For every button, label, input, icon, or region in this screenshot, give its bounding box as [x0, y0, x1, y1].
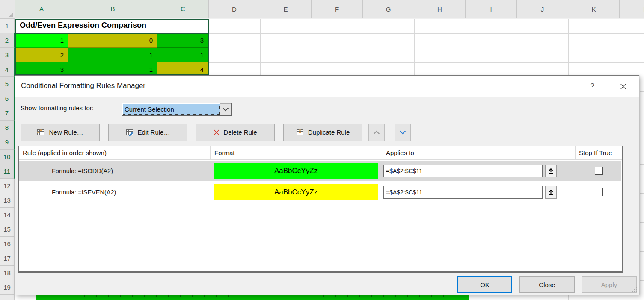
column-header-format: Format	[214, 146, 235, 159]
stop-if-true-checkbox[interactable]	[595, 188, 603, 196]
column-header-A[interactable]: A	[15, 0, 68, 18]
chevron-down-icon	[400, 128, 406, 134]
row-header-7[interactable]: 7	[0, 106, 15, 121]
column-separator	[210, 146, 211, 159]
duplicate-rule-button[interactable]: Duplicate Rule	[283, 124, 362, 141]
row-header-8[interactable]: 8	[0, 121, 15, 135]
close-icon[interactable]	[616, 80, 630, 93]
column-header-F[interactable]: F	[312, 0, 363, 18]
column-header-C[interactable]: C	[157, 0, 209, 18]
gridline	[209, 62, 644, 63]
table-grid-icon	[296, 129, 305, 136]
gridline	[260, 19, 261, 75]
cell-A1-title[interactable]: Odd/Even Expression Comparison	[20, 21, 208, 32]
column-header-E[interactable]: E	[260, 0, 312, 18]
select-all-corner[interactable]	[0, 0, 15, 19]
column-header-G[interactable]: G	[363, 0, 414, 18]
gridline	[312, 19, 312, 75]
gridline	[640, 179, 644, 179]
column-header-L[interactable]: L	[620, 0, 644, 18]
delete-rule-button[interactable]: Delete Rule	[196, 124, 275, 141]
ok-button[interactable]: OK	[457, 276, 512, 293]
row-header-14[interactable]: 14	[0, 208, 15, 222]
column-separator	[381, 146, 381, 159]
column-header-H[interactable]: H	[414, 0, 466, 18]
gridline	[363, 19, 363, 75]
gridline	[640, 150, 644, 150]
gridline	[640, 251, 644, 252]
row-header-18[interactable]: 18	[0, 266, 15, 280]
new-rule-button[interactable]: New Rule…	[21, 124, 100, 141]
excel-window: ABCDEFGHIJKL 123456789101112131415161718…	[0, 0, 644, 300]
format-preview: AaBbCcYyZz	[214, 184, 378, 200]
row-header-5[interactable]: 5	[0, 77, 15, 91]
row-header-6[interactable]: 6	[0, 91, 15, 106]
show-rules-combobox[interactable]: Current Selection	[122, 103, 232, 116]
row-header-9[interactable]: 9	[0, 135, 15, 150]
column-header-I[interactable]: I	[466, 0, 517, 18]
row-header-3[interactable]: 3	[0, 48, 15, 62]
sheet-right-sliver	[640, 75, 644, 295]
apply-button[interactable]: Apply	[582, 276, 637, 293]
conditional-formatting-rules-manager-dialog: Conditional Formatting Rules Manager ? S…	[15, 75, 639, 295]
collapse-dialog-icon[interactable]	[545, 186, 557, 199]
combobox-dropdown-button[interactable]	[220, 103, 231, 115]
gridline	[568, 295, 569, 300]
rule-row-isodd[interactable]: Formula: =ISODD(A2) AaBbCcYyZz	[19, 161, 621, 181]
gridline	[640, 222, 644, 223]
selection-and-table-border: Odd/Even Expression Comparison	[15, 19, 209, 75]
row-header-15[interactable]: 15	[0, 222, 15, 237]
applies-to-input[interactable]	[383, 165, 543, 177]
row-header-17[interactable]: 17	[0, 251, 15, 266]
column-header-stop-if-true: Stop If True	[579, 146, 612, 159]
gridline	[209, 33, 644, 34]
resize-grip-icon[interactable]	[632, 287, 637, 292]
applies-to-input[interactable]	[383, 186, 543, 199]
gridline	[640, 193, 644, 194]
row-header-4[interactable]: 4	[0, 62, 15, 77]
column-header-J[interactable]: J	[517, 0, 568, 18]
row-header-13[interactable]: 13	[0, 193, 15, 208]
row-header-2[interactable]: 2	[0, 33, 15, 48]
stop-if-true-checkbox[interactable]	[595, 167, 603, 175]
select-all-triangle-icon	[9, 12, 13, 17]
gridline	[517, 19, 517, 75]
row-header-20[interactable]: 20	[0, 295, 15, 300]
column-separator	[575, 146, 576, 159]
move-rule-up-button[interactable]	[368, 124, 385, 141]
row20-green-cells	[36, 295, 469, 300]
column-header-D[interactable]: D	[209, 0, 260, 18]
row-header-19[interactable]: 19	[0, 280, 15, 295]
table-grid-pencil-icon	[126, 129, 134, 136]
row-header-16[interactable]: 16	[0, 237, 15, 251]
row-header-11[interactable]: 11	[0, 164, 15, 179]
help-icon[interactable]: ?	[586, 80, 599, 93]
edit-rule-button[interactable]: Edit Rule…	[108, 124, 187, 141]
selection-border-top	[16, 33, 208, 34]
move-rule-down-button[interactable]	[395, 124, 411, 141]
column-header-applies-to: Applies to	[386, 146, 414, 159]
gridline	[640, 91, 644, 92]
gridline	[640, 208, 644, 208]
gridline	[517, 295, 517, 300]
gridline	[640, 135, 644, 135]
gridline	[620, 295, 620, 300]
gridline	[640, 266, 644, 266]
gridline	[209, 19, 209, 75]
column-header-K[interactable]: K	[568, 0, 620, 18]
row-header-10[interactable]: 10	[0, 150, 15, 164]
column-header-rule: Rule (applied in order shown)	[23, 146, 107, 159]
rule-description: Formula: =ISEVEN(A2)	[52, 182, 116, 203]
red-x-icon	[213, 129, 220, 136]
rule-row-iseven[interactable]: Formula: =ISEVEN(A2) AaBbCcYyZz	[19, 182, 621, 203]
gridline	[209, 48, 644, 48]
gridline	[466, 19, 466, 75]
close-button[interactable]: Close	[519, 276, 575, 293]
row-header-1[interactable]: 1	[0, 19, 15, 33]
column-header-B[interactable]: B	[68, 0, 157, 18]
row-header-12[interactable]: 12	[0, 179, 15, 193]
dialog-titlebar[interactable]: Conditional Formatting Rules Manager ?	[15, 76, 639, 97]
header-separator	[19, 159, 622, 160]
gridline	[620, 19, 620, 75]
collapse-dialog-icon[interactable]	[545, 165, 557, 177]
